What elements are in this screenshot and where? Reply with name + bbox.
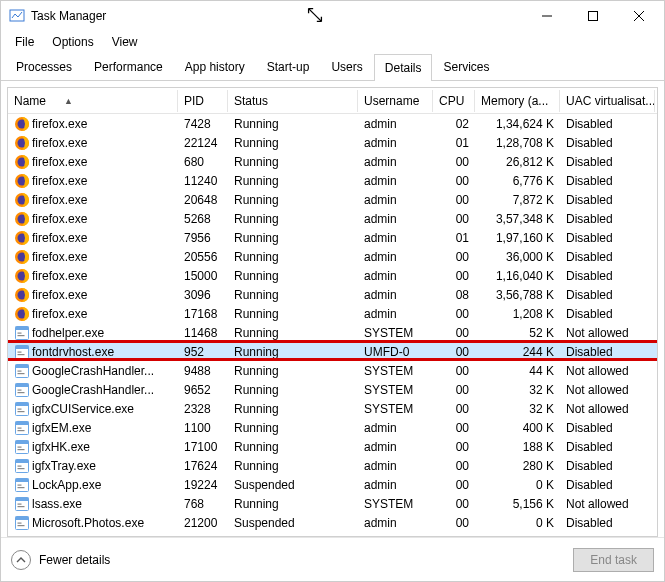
table-row[interactable]: fontdrvhost.exe952RunningUMFD-000244 KDi… xyxy=(8,342,657,361)
table-row[interactable]: igfxEM.exe1100Runningadmin00400 KDisable… xyxy=(8,418,657,437)
pid: 11468 xyxy=(178,326,228,340)
tab-details[interactable]: Details xyxy=(374,54,433,81)
status: Running xyxy=(228,269,358,283)
status: Running xyxy=(228,155,358,169)
status: Running xyxy=(228,231,358,245)
pid: 22124 xyxy=(178,136,228,150)
status: Running xyxy=(228,459,358,473)
pid: 20556 xyxy=(178,250,228,264)
uac: Not allowed xyxy=(560,497,655,511)
col-status[interactable]: Status xyxy=(228,90,358,112)
username: UMFD-0 xyxy=(358,345,433,359)
firefox-icon xyxy=(14,287,30,303)
pid: 2328 xyxy=(178,402,228,416)
pid: 680 xyxy=(178,155,228,169)
cpu: 00 xyxy=(433,345,475,359)
titlebar: Task Manager xyxy=(1,1,664,31)
fewer-details-button[interactable]: Fewer details xyxy=(11,550,110,570)
exe-icon xyxy=(14,458,30,474)
table-row[interactable]: firefox.exe15000Runningadmin001,16,040 K… xyxy=(8,266,657,285)
table-row[interactable]: firefox.exe5268Runningadmin003,57,348 KD… xyxy=(8,209,657,228)
tab-performance[interactable]: Performance xyxy=(83,53,174,80)
process-name: firefox.exe xyxy=(32,174,87,188)
process-name: Microsoft.Photos.exe xyxy=(32,516,144,530)
process-name: firefox.exe xyxy=(32,231,87,245)
table-row[interactable]: firefox.exe7428Runningadmin021,34,624 KD… xyxy=(8,114,657,133)
uac: Disabled xyxy=(560,155,655,169)
table-row[interactable]: firefox.exe17168Runningadmin001,208 KDis… xyxy=(8,304,657,323)
svg-rect-49 xyxy=(18,427,22,428)
tab-processes[interactable]: Processes xyxy=(5,53,83,80)
table-row[interactable]: GoogleCrashHandler...9652RunningSYSTEM00… xyxy=(8,380,657,399)
process-name: igfxHK.exe xyxy=(32,440,90,454)
table-row[interactable]: firefox.exe20648Runningadmin007,872 KDis… xyxy=(8,190,657,209)
exe-icon xyxy=(14,477,30,493)
menu-view[interactable]: View xyxy=(104,33,146,51)
firefox-icon xyxy=(14,135,30,151)
col-memory[interactable]: Memory (a... xyxy=(475,90,560,112)
col-pid[interactable]: PID xyxy=(178,90,228,112)
col-cpu[interactable]: CPU xyxy=(433,90,475,112)
username: admin xyxy=(358,212,433,226)
table-row[interactable]: igfxTray.exe17624Runningadmin00280 KDisa… xyxy=(8,456,657,475)
table-row[interactable]: igfxCUIService.exe2328RunningSYSTEM0032 … xyxy=(8,399,657,418)
table-row[interactable]: Microsoft.Photos.exe21200Suspendedadmin0… xyxy=(8,513,657,532)
process-name: igfxTray.exe xyxy=(32,459,96,473)
menu-file[interactable]: File xyxy=(7,33,42,51)
table-row[interactable]: GoogleCrashHandler...9488RunningSYSTEM00… xyxy=(8,361,657,380)
exe-icon xyxy=(14,420,30,436)
firefox-icon xyxy=(14,268,30,284)
username: admin xyxy=(358,231,433,245)
table-row[interactable]: LockApp.exe19224Suspendedadmin000 KDisab… xyxy=(8,475,657,494)
tab-startup[interactable]: Start-up xyxy=(256,53,321,80)
maximize-button[interactable] xyxy=(570,1,616,31)
cpu: 00 xyxy=(433,516,475,530)
end-task-button[interactable]: End task xyxy=(573,548,654,572)
svg-rect-60 xyxy=(16,478,29,482)
uac: Disabled xyxy=(560,459,655,473)
menubar: File Options View xyxy=(1,31,664,53)
table-row[interactable]: lsass.exe768RunningSYSTEM005,156 KNot al… xyxy=(8,494,657,513)
col-name[interactable]: Name▲ xyxy=(8,90,178,112)
pid: 15000 xyxy=(178,269,228,283)
status: Running xyxy=(228,383,358,397)
pid: 5268 xyxy=(178,212,228,226)
close-button[interactable] xyxy=(616,1,662,31)
process-name: fodhelper.exe xyxy=(32,326,104,340)
minimize-button[interactable] xyxy=(524,1,570,31)
memory: 5,156 K xyxy=(475,497,560,511)
table-row[interactable]: firefox.exe20556Runningadmin0036,000 KDi… xyxy=(8,247,657,266)
memory: 244 K xyxy=(475,345,560,359)
pid: 952 xyxy=(178,345,228,359)
status: Running xyxy=(228,402,358,416)
status: Running xyxy=(228,136,358,150)
table-row[interactable]: fodhelper.exe11468RunningSYSTEM0052 KNot… xyxy=(8,323,657,342)
table-row[interactable]: firefox.exe680Runningadmin0026,812 KDisa… xyxy=(8,152,657,171)
memory: 32 K xyxy=(475,383,560,397)
uac: Disabled xyxy=(560,174,655,188)
table-row[interactable]: firefox.exe7956Runningadmin011,97,160 KD… xyxy=(8,228,657,247)
table-row[interactable]: firefox.exe11240Runningadmin006,776 KDis… xyxy=(8,171,657,190)
uac: Not allowed xyxy=(560,364,655,378)
grid-body[interactable]: firefox.exe7428Runningadmin021,34,624 KD… xyxy=(8,114,657,536)
pid: 19224 xyxy=(178,478,228,492)
col-username[interactable]: Username xyxy=(358,90,433,112)
table-row[interactable]: firefox.exe3096Runningadmin083,56,788 KD… xyxy=(8,285,657,304)
username: SYSTEM xyxy=(358,383,433,397)
uac: Disabled xyxy=(560,516,655,530)
status: Running xyxy=(228,117,358,131)
tab-services[interactable]: Services xyxy=(432,53,500,80)
memory: 36,000 K xyxy=(475,250,560,264)
tab-app-history[interactable]: App history xyxy=(174,53,256,80)
process-name: firefox.exe xyxy=(32,250,87,264)
tab-users[interactable]: Users xyxy=(320,53,373,80)
col-uac[interactable]: UAC virtualisat... xyxy=(560,90,655,112)
table-row[interactable]: firefox.exe22124Runningadmin011,28,708 K… xyxy=(8,133,657,152)
firefox-icon xyxy=(14,230,30,246)
menu-options[interactable]: Options xyxy=(44,33,101,51)
status: Running xyxy=(228,212,358,226)
table-row[interactable]: igfxHK.exe17100Runningadmin00188 KDisabl… xyxy=(8,437,657,456)
exe-icon xyxy=(14,401,30,417)
memory: 1,16,040 K xyxy=(475,269,560,283)
username: admin xyxy=(358,155,433,169)
